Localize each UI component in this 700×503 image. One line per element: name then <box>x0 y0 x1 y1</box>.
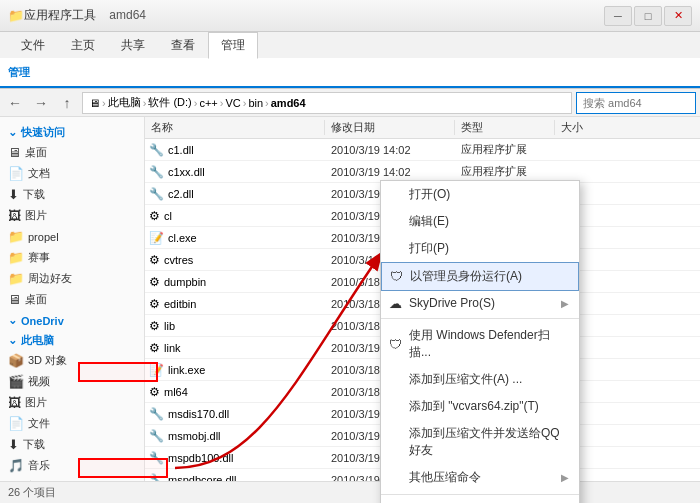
music-icon: 🎵 <box>8 458 24 473</box>
sidebar-section-onedrive[interactable]: ⌄ OneDriv <box>0 310 144 329</box>
sidebar-item-music[interactable]: 🎵音乐 <box>0 455 144 476</box>
col-date-header[interactable]: 修改日期 <box>325 120 455 135</box>
file-name-cell: ⚙ lib <box>145 319 325 333</box>
ctx-item-label: 使用 Windows Defender扫描... <box>409 327 569 361</box>
tab-file[interactable]: 文件 <box>8 32 58 58</box>
file-name: link <box>164 342 181 354</box>
file-name: ml64 <box>164 386 188 398</box>
sidebar-item-docs[interactable]: 📄文档 <box>0 163 144 184</box>
file-name-cell: 🔧 msdis170.dll <box>145 407 325 421</box>
file-name: lib <box>164 320 175 332</box>
file-name: link.exe <box>168 364 205 376</box>
tab-share[interactable]: 共享 <box>108 32 158 58</box>
desktop2-icon: 🖥 <box>8 292 21 307</box>
sidebar-item-nearby[interactable]: 📁周边好友 <box>0 268 144 289</box>
ribbon-tool-label: 管理 <box>8 65 30 80</box>
ctx-item-label: 其他压缩命令 <box>409 469 481 486</box>
sidebar-item-pic[interactable]: 🖼图片 <box>0 392 144 413</box>
3d-icon: 📦 <box>8 353 24 368</box>
context-menu-item[interactable]: 添加到压缩文件并发送给QQ好友 <box>381 420 579 464</box>
address-bar: ← → ↑ 🖥 › 此电脑 › 软件 (D:) › c++ › VC › bin… <box>0 89 700 117</box>
ctx-submenu-arrow: ▶ <box>561 298 569 309</box>
tab-manage[interactable]: 管理 <box>208 32 258 59</box>
dl-icon: ⬇ <box>8 437 19 452</box>
context-menu-item[interactable]: 共享 ▶ <box>381 498 579 503</box>
window-controls: ─ □ ✕ <box>604 6 692 26</box>
file-name-cell: ⚙ cl <box>145 209 325 223</box>
file-name-cell: ⚙ ml64 <box>145 385 325 399</box>
file-name-cell: 🔧 msmobj.dll <box>145 429 325 443</box>
file-icon: 📝 <box>149 363 164 377</box>
propel-icon: 📁 <box>8 229 24 244</box>
up-button[interactable]: ↑ <box>56 92 78 114</box>
col-size-header[interactable]: 大小 <box>555 120 615 135</box>
sidebar-section-quick-access[interactable]: ⌄ 快速访问 <box>0 121 144 142</box>
file-name-cell: ⚙ link <box>145 341 325 355</box>
maximize-button[interactable]: □ <box>634 6 662 26</box>
search-input[interactable] <box>576 92 696 114</box>
match-icon: 📁 <box>8 250 24 265</box>
files-icon: 📄 <box>8 416 24 431</box>
file-name: c2.dll <box>168 188 194 200</box>
file-date-cell: 2010/3/19 14:02 <box>325 166 455 178</box>
file-list-header: 名称 修改日期 类型 大小 <box>145 117 700 139</box>
file-name-cell: 📝 link.exe <box>145 363 325 377</box>
file-icon: ⚙ <box>149 385 160 399</box>
file-name: cl <box>164 210 172 222</box>
context-menu-item[interactable]: 🛡 以管理员身份运行(A) <box>381 262 579 291</box>
path-icon: 🖥 <box>89 97 100 109</box>
file-name: cl.exe <box>168 232 197 244</box>
sidebar-item-desktop2[interactable]: 🖥桌面 <box>0 289 144 310</box>
file-name: editbin <box>164 298 196 310</box>
tab-home[interactable]: 主页 <box>58 32 108 58</box>
file-icon: ⚙ <box>149 297 160 311</box>
context-menu-item[interactable]: 其他压缩命令 ▶ <box>381 464 579 491</box>
ribbon-content: 管理 <box>0 58 700 88</box>
forward-button[interactable]: → <box>30 92 52 114</box>
context-menu-item[interactable]: 打开(O) <box>381 181 579 208</box>
sidebar-item-desktop[interactable]: 🖥桌面 <box>0 142 144 163</box>
minimize-button[interactable]: ─ <box>604 6 632 26</box>
file-name-cell: ⚙ editbin <box>145 297 325 311</box>
sidebar-item-3d[interactable]: 📦3D 对象 <box>0 350 144 371</box>
file-type-cell: 应用程序扩展 <box>455 164 555 179</box>
context-menu-item[interactable]: ☁ SkyDrive Pro(S) ▶ <box>381 291 579 315</box>
file-name: msmobj.dll <box>168 430 221 442</box>
address-path[interactable]: 🖥 › 此电脑 › 软件 (D:) › c++ › VC › bin › amd… <box>82 92 572 114</box>
sidebar-item-downloads[interactable]: ⬇下载 <box>0 184 144 205</box>
sidebar-item-files[interactable]: 📄文件 <box>0 413 144 434</box>
file-icon: ⚙ <box>149 319 160 333</box>
sidebar-item-pictures[interactable]: 🖼图片 <box>0 205 144 226</box>
file-name-cell: 🔧 c2.dll <box>145 187 325 201</box>
back-button[interactable]: ← <box>4 92 26 114</box>
tab-view[interactable]: 查看 <box>158 32 208 58</box>
context-menu-item[interactable]: 添加到 "vcvars64.zip"(T) <box>381 393 579 420</box>
ctx-separator <box>381 494 579 495</box>
status-text: 26 个项目 <box>8 485 56 500</box>
file-name: c1.dll <box>168 144 194 156</box>
context-menu-item[interactable]: 编辑(E) <box>381 208 579 235</box>
col-name-header[interactable]: 名称 <box>145 120 325 135</box>
ctx-item-label: 打印(P) <box>409 240 449 257</box>
ctx-separator <box>381 318 579 319</box>
docs-icon: 📄 <box>8 166 24 181</box>
close-button[interactable]: ✕ <box>664 6 692 26</box>
sidebar-section-thispc[interactable]: ⌄ 此电脑 <box>0 329 144 350</box>
sidebar-item-dl[interactable]: ⬇下载 <box>0 434 144 455</box>
sidebar-item-propel[interactable]: 📁propel <box>0 226 144 247</box>
col-type-header[interactable]: 类型 <box>455 120 555 135</box>
ctx-item-label: 添加到压缩文件(A) ... <box>409 371 522 388</box>
video-icon: 🎬 <box>8 374 24 389</box>
context-menu-item[interactable]: 🛡 使用 Windows Defender扫描... <box>381 322 579 366</box>
sidebar-item-match[interactable]: 📁赛事 <box>0 247 144 268</box>
ctx-item-label: 添加到 "vcvars64.zip"(T) <box>409 398 539 415</box>
ctx-item-label: 打开(O) <box>409 186 450 203</box>
context-menu-item[interactable]: 添加到压缩文件(A) ... <box>381 366 579 393</box>
context-menu-item[interactable]: 打印(P) <box>381 235 579 262</box>
ctx-item-label: SkyDrive Pro(S) <box>409 296 495 310</box>
status-bar: 26 个项目 <box>0 481 700 503</box>
file-name: dumpbin <box>164 276 206 288</box>
table-row[interactable]: 🔧 c1.dll 2010/3/19 14:02 应用程序扩展 <box>145 139 700 161</box>
sidebar-item-video[interactable]: 🎬视频 <box>0 371 144 392</box>
file-date-cell: 2010/3/19 14:02 <box>325 144 455 156</box>
